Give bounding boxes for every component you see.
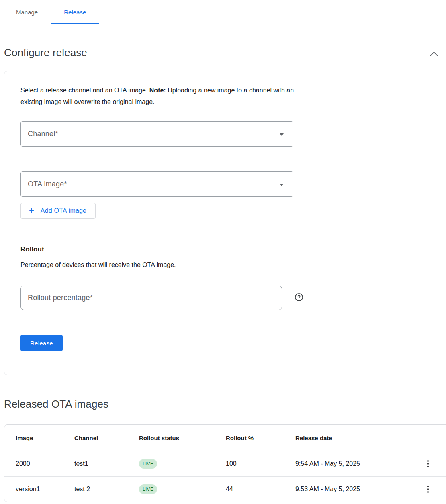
cell-release-date: 9:53 AM - May 5, 2025: [295, 486, 418, 493]
chevron-up-icon: [429, 53, 439, 59]
rollout-heading: Rollout: [20, 245, 438, 253]
released-images-table: Image Channel Rollout status Rollout % R…: [4, 424, 446, 502]
live-status-badge: LIVE: [139, 484, 157, 494]
rollout-percentage-row: [20, 286, 438, 310]
plus-icon: +: [29, 206, 34, 215]
cell-release-date: 9:54 AM - May 5, 2025: [295, 460, 418, 467]
add-ota-image-button[interactable]: + Add OTA image: [20, 203, 96, 219]
instructions-note-label: Note:: [149, 87, 166, 94]
cell-image: version1: [16, 486, 74, 493]
table-row: 2000 test1 LIVE 100 9:54 AM - May 5, 202…: [4, 451, 446, 476]
column-header-release-date: Release date: [295, 435, 418, 441]
column-header-image: Image: [16, 435, 74, 441]
channel-select-label: Channel*: [28, 130, 58, 138]
dropdown-arrow-icon: [279, 181, 284, 188]
kebab-menu-icon: [427, 486, 429, 493]
row-actions-menu-button[interactable]: [421, 483, 434, 496]
kebab-menu-icon: [427, 460, 429, 467]
channel-select[interactable]: Channel*: [20, 121, 293, 147]
release-button[interactable]: Release: [20, 335, 63, 351]
table-row: version1 test 2 LIVE 44 9:53 AM - May 5,…: [4, 476, 446, 502]
configure-release-card: Select a release channel and an OTA imag…: [4, 71, 446, 375]
dropdown-arrow-icon: [279, 131, 284, 138]
configure-release-title: Configure release: [4, 45, 87, 60]
add-ota-image-button-label: Add OTA image: [41, 207, 86, 214]
cell-image: 2000: [16, 460, 74, 467]
configure-release-header: Configure release: [4, 45, 440, 61]
column-header-channel: Channel: [74, 435, 139, 441]
row-actions-menu-button[interactable]: [421, 457, 434, 470]
cell-rollout-status: LIVE: [139, 459, 226, 469]
cell-channel: test 2: [74, 486, 139, 493]
rollout-help-button[interactable]: [295, 293, 303, 303]
collapse-section-button[interactable]: [428, 49, 440, 61]
column-header-rollout-status: Rollout status: [139, 435, 226, 441]
ota-image-select[interactable]: OTA image*: [20, 171, 293, 197]
rollout-description: Percentage of devices that will receive …: [20, 261, 438, 269]
instructions-text: Select a release channel and an OTA imag…: [20, 87, 149, 94]
released-ota-images-title: Released OTA images: [4, 397, 446, 411]
cell-rollout-percent: 44: [226, 486, 295, 493]
help-icon: [295, 293, 303, 303]
tab-manage[interactable]: Manage: [6, 0, 47, 24]
table-header-row: Image Channel Rollout status Rollout % R…: [4, 425, 446, 451]
rollout-percentage-input[interactable]: [20, 286, 282, 310]
ota-image-select-label: OTA image*: [28, 180, 67, 188]
tab-bar: Manage Release: [0, 0, 446, 24]
live-status-badge: LIVE: [139, 459, 157, 469]
cell-channel: test1: [74, 460, 139, 467]
release-instructions: Select a release channel and an OTA imag…: [20, 84, 298, 108]
column-header-rollout-percent: Rollout %: [226, 435, 295, 441]
cell-rollout-percent: 100: [226, 460, 295, 467]
tab-release[interactable]: Release: [51, 0, 99, 24]
cell-rollout-status: LIVE: [139, 484, 226, 494]
